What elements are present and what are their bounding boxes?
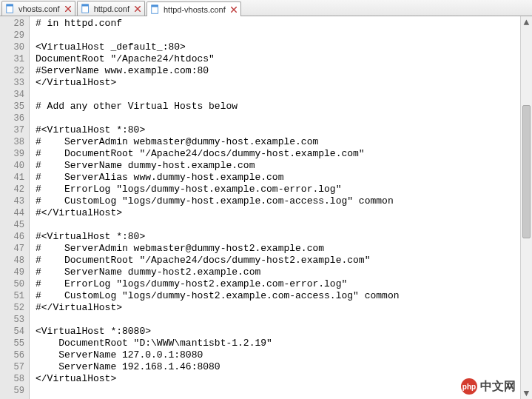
svg-rect-1 bbox=[7, 4, 13, 6]
code-line[interactable]: # ServerAdmin webmaster@dummy-host2.exam… bbox=[36, 243, 532, 255]
code-line[interactable]: #<VirtualHost *:80> bbox=[36, 124, 532, 136]
line-number: 56 bbox=[0, 349, 24, 361]
code-line[interactable]: </VirtualHost> bbox=[36, 373, 532, 385]
editor-area: 2829303132333435363738394041424344454647… bbox=[0, 16, 532, 399]
code-line[interactable] bbox=[36, 113, 532, 124]
code-line[interactable]: <VirtualHost _default_:80> bbox=[36, 41, 532, 53]
line-number: 35 bbox=[0, 101, 24, 113]
line-number: 48 bbox=[0, 255, 24, 266]
line-number: 54 bbox=[0, 326, 24, 338]
line-number: 42 bbox=[0, 184, 24, 195]
line-number: 52 bbox=[0, 302, 24, 314]
svg-rect-5 bbox=[152, 4, 158, 7]
line-number: 47 bbox=[0, 243, 24, 255]
tab-bar: vhosts.conf httpd.conf httpd-vhosts.conf bbox=[0, 0, 532, 16]
line-number: 29 bbox=[0, 30, 24, 41]
code-line[interactable]: # ErrorLog "logs/dummy-host.example.com-… bbox=[36, 184, 532, 195]
line-number: 45 bbox=[0, 219, 24, 231]
scroll-up-arrow[interactable]: ▲ bbox=[521, 16, 532, 28]
line-number: 39 bbox=[0, 148, 24, 160]
code-line[interactable]: #</VirtualHost> bbox=[36, 302, 532, 314]
line-number: 32 bbox=[0, 65, 24, 77]
code-line[interactable]: # ServerAlias www.dummy-host.example.com bbox=[36, 172, 532, 184]
line-number: 59 bbox=[0, 385, 24, 397]
code-line[interactable]: # DocumentRoot "/Apache24/docs/dummy-hos… bbox=[36, 148, 532, 160]
code-line[interactable]: ServerName 192.168.1.46:8080 bbox=[36, 361, 532, 373]
code-line[interactable] bbox=[36, 89, 532, 101]
line-number: 49 bbox=[0, 266, 24, 278]
line-number: 38 bbox=[0, 136, 24, 148]
line-number: 43 bbox=[0, 195, 24, 207]
line-number: 34 bbox=[0, 89, 24, 101]
code-line[interactable]: # ServerName dummy-host.example.com bbox=[36, 160, 532, 172]
svg-rect-3 bbox=[81, 4, 88, 6]
file-icon bbox=[81, 4, 91, 14]
close-icon[interactable] bbox=[64, 5, 72, 13]
tab-label: httpd.conf bbox=[94, 4, 129, 13]
line-number: 36 bbox=[0, 113, 24, 124]
tab-label: httpd-vhosts.conf bbox=[164, 5, 226, 14]
line-number: 40 bbox=[0, 160, 24, 172]
scroll-down-arrow[interactable]: ▼ bbox=[521, 387, 532, 399]
code-line[interactable]: #</VirtualHost> bbox=[36, 207, 532, 219]
line-number: 31 bbox=[0, 53, 24, 65]
code-line[interactable]: # in httpd.conf bbox=[36, 18, 532, 30]
line-number: 44 bbox=[0, 207, 24, 219]
tab-httpd-conf[interactable]: httpd.conf bbox=[77, 1, 145, 16]
code-line[interactable]: # Add any other Virtual Hosts below bbox=[36, 101, 532, 113]
code-line[interactable]: #<VirtualHost *:80> bbox=[36, 231, 532, 243]
code-line[interactable]: # CustomLog "logs/dummy-host2.example.co… bbox=[36, 290, 532, 302]
code-line[interactable] bbox=[36, 314, 532, 326]
code-line[interactable]: #ServerName www.example.com:80 bbox=[36, 65, 532, 77]
line-number: 28 bbox=[0, 18, 24, 30]
code-line[interactable]: ServerName 127.0.0.1:8080 bbox=[36, 349, 532, 361]
code-line[interactable]: </VirtualHost> bbox=[36, 77, 532, 89]
code-line[interactable]: # ServerAdmin webmaster@dummy-host.examp… bbox=[36, 136, 532, 148]
line-number: 41 bbox=[0, 172, 24, 184]
code-line[interactable] bbox=[36, 385, 532, 397]
close-icon[interactable] bbox=[134, 5, 141, 13]
tab-vhosts-conf[interactable]: vhosts.conf bbox=[1, 1, 75, 16]
line-number: 50 bbox=[0, 278, 24, 290]
vertical-scrollbar[interactable]: ▲ ▼ bbox=[520, 16, 532, 399]
code-line[interactable] bbox=[36, 30, 532, 41]
file-icon bbox=[150, 4, 161, 15]
code-line[interactable]: # ServerName dummy-host2.example.com bbox=[36, 266, 532, 278]
line-number: 37 bbox=[0, 124, 24, 136]
scrollbar-thumb[interactable] bbox=[522, 105, 531, 238]
code-line[interactable]: # DocumentRoot "/Apache24/docs/dummy-hos… bbox=[36, 255, 532, 266]
tab-httpd-vhosts-conf[interactable]: httpd-vhosts.conf bbox=[147, 1, 241, 16]
line-number: 53 bbox=[0, 314, 24, 326]
line-number: 57 bbox=[0, 361, 24, 373]
code-line[interactable]: # CustomLog "logs/dummy-host.example.com… bbox=[36, 195, 532, 207]
line-number: 55 bbox=[0, 338, 24, 349]
code-line[interactable] bbox=[36, 219, 532, 231]
code-line[interactable]: <VirtualHost *:8080> bbox=[36, 326, 532, 338]
line-number-gutter: 2829303132333435363738394041424344454647… bbox=[0, 16, 30, 399]
code-line[interactable]: DocumentRoot "D:\WWW\mantisbt-1.2.19" bbox=[36, 338, 532, 349]
line-number: 30 bbox=[0, 41, 24, 53]
file-icon bbox=[5, 4, 16, 14]
line-number: 51 bbox=[0, 290, 24, 302]
code-area[interactable]: # in httpd.conf<VirtualHost _default_:80… bbox=[30, 16, 532, 399]
line-number: 46 bbox=[0, 231, 24, 243]
close-icon[interactable] bbox=[230, 6, 238, 13]
code-line[interactable]: DocumentRoot "/Apache24/htdocs" bbox=[36, 53, 532, 65]
line-number: 58 bbox=[0, 373, 24, 385]
code-line[interactable]: # ErrorLog "logs/dummy-host2.example.com… bbox=[36, 278, 532, 290]
line-number: 33 bbox=[0, 77, 24, 89]
tab-label: vhosts.conf bbox=[18, 4, 60, 13]
